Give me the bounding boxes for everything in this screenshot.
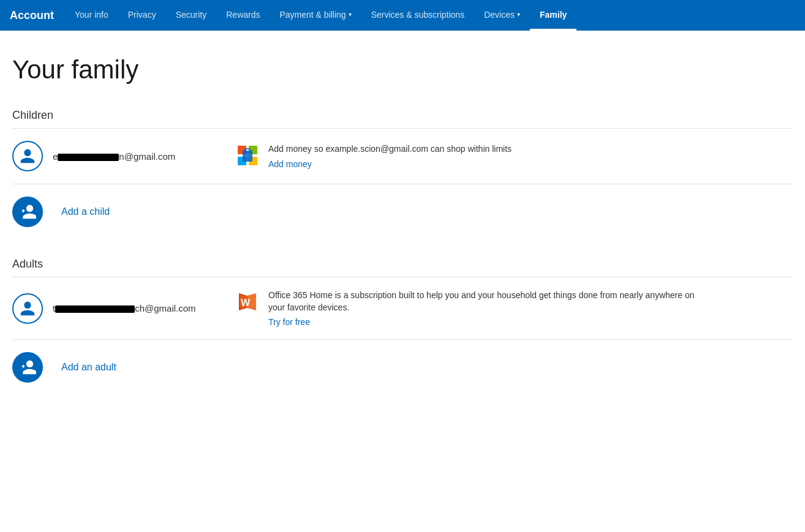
child-email-prefix: e (53, 151, 58, 162)
add-person-icon (19, 203, 36, 220)
child-store-desc: Add money so example.scion@gmail.com can… (268, 143, 512, 155)
adults-section-title: Adults (12, 258, 793, 271)
nav-item-services[interactable]: Services & subscriptions (361, 0, 475, 31)
add-adult-label[interactable]: Add an adult (61, 362, 116, 373)
adult-email-redacted (55, 305, 135, 313)
add-adult-avatar[interactable] (12, 352, 43, 383)
child-member-info: Add money so example.scion@gmail.com can… (236, 143, 793, 169)
payment-chevron-icon: ▾ (349, 11, 352, 18)
main-content: Your family Children en@gmail.com (0, 31, 805, 419)
add-adult-row: Add an adult (12, 340, 793, 395)
adult-email: tch@gmail.com (53, 303, 212, 313)
adult-person-icon (19, 300, 36, 317)
adult-member-row: tch@gmail.com W Office 365 Home is a s (12, 277, 793, 340)
nav-items: Your info Privacy Security Rewards Payme… (65, 0, 576, 31)
office-app-icon: W (236, 291, 259, 313)
devices-chevron-icon: ▾ (517, 11, 520, 18)
adult-member-info: W Office 365 Home is a subscription buil… (236, 290, 793, 327)
nav-item-family[interactable]: Family (530, 0, 576, 31)
children-section-title: Children (12, 109, 793, 122)
child-info-text: Add money so example.scion@gmail.com can… (268, 143, 512, 169)
person-icon (19, 148, 36, 165)
nav-item-your-info[interactable]: Your info (65, 0, 118, 31)
page-title: Your family (12, 55, 793, 84)
add-child-row: Add a child (12, 184, 793, 239)
nav-item-privacy[interactable]: Privacy (118, 0, 166, 31)
nav-item-devices[interactable]: Devices ▾ (474, 0, 530, 31)
nav-item-payment[interactable]: Payment & billing ▾ (270, 0, 361, 31)
add-child-label[interactable]: Add a child (61, 206, 110, 217)
nav-brand[interactable]: Account (10, 9, 65, 22)
child-email: en@gmail.com (53, 151, 212, 162)
nav-item-security[interactable]: Security (166, 0, 217, 31)
svg-text:W: W (241, 298, 251, 308)
adult-avatar (12, 293, 43, 324)
add-money-link[interactable]: Add money (268, 159, 512, 169)
main-nav: Account Your info Privacy Security Rewar… (0, 0, 805, 31)
office365-icon: W (236, 291, 259, 313)
microsoft-store-icon (236, 144, 259, 167)
adult-office-desc: Office 365 Home is a subscription built … (268, 290, 697, 313)
child-member-row: en@gmail.com Add money so example.scion@… (12, 129, 793, 184)
try-for-free-link[interactable]: Try for free (268, 317, 697, 327)
nav-item-rewards[interactable]: Rewards (216, 0, 270, 31)
store-app-icon (236, 144, 259, 167)
child-email-redacted (58, 154, 119, 161)
child-avatar (12, 141, 43, 171)
add-adult-person-icon (19, 359, 36, 376)
add-child-avatar[interactable] (12, 197, 43, 227)
adult-info-text: Office 365 Home is a subscription built … (268, 290, 697, 327)
